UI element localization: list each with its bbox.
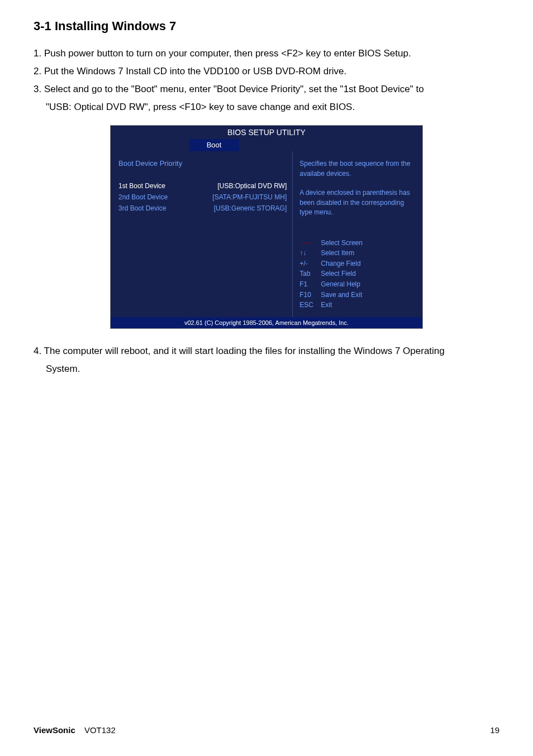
bios-footer: v02.61 (C) Copyright 1985-2006, American… [111,317,422,328]
boot-row-2-label: 2nd Boot Device [118,193,212,201]
boot-row-3-value: [USB:Generic STORAG] [214,204,287,212]
boot-row-2: 2nd Boot Device [SATA:PM-FUJITSU MH] [118,193,287,201]
step-4-line2: System. [34,361,499,377]
boot-row-2-value: [SATA:PM-FUJITSU MH] [212,193,287,201]
help-line-select-item: ↑↓ Select Item [299,248,416,259]
plusminus-key: +/- [299,259,321,269]
help-line-select-field: Tab Select Field [299,269,416,279]
boot-row-1: 1st Boot Device [USB:Optical DVD RW] [118,182,287,190]
help-line-change-field: +/- Change Field [299,259,416,269]
step-1: 1. Push power button to turn on your com… [34,46,499,61]
help-desc: Select Item [321,248,354,259]
esc-key: ESC [299,300,321,310]
help-line-select-screen: →← Select Screen [299,238,416,248]
footer-brand: ViewSonic [34,725,75,735]
help-desc: General Help [321,279,360,290]
boot-row-1-value: [USB:Optical DVD RW] [217,182,287,190]
help-desc: Select Screen [321,238,363,248]
bios-title: BIOS SETUP UTILITY [111,126,422,139]
help-desc: Select Field [321,269,356,279]
page-footer: ViewSonic VOT132 19 [34,725,499,735]
arrows-icon: →← [299,238,321,248]
bios-tabbar: Boot [111,139,422,151]
bios-right-pane: Specifies the boot sequence from the ava… [293,151,422,317]
footer-left: ViewSonic VOT132 [34,725,116,735]
footer-page-number: 19 [490,725,499,735]
help-desc: Save and Exit [321,290,362,300]
f10-key: F10 [299,290,321,300]
help-desc: Exit [321,300,332,310]
footer-model: VOT132 [84,725,116,735]
tab-key: Tab [299,269,321,279]
boot-row-3: 3rd Boot Device [USB:Generic STORAG] [118,204,287,212]
boot-priority-label: Boot Device Priority [118,159,287,168]
bios-screenshot: BIOS SETUP UTILITY Boot Boot Device Prio… [110,125,423,329]
updown-icon: ↑↓ [299,248,321,259]
help-line-exit: ESC Exit [299,300,416,310]
step-3-line1: 3. Select and go to the "Boot" menu, ent… [34,82,499,97]
bios-tab-boot: Boot [189,139,239,151]
boot-row-3-label: 3rd Boot Device [118,204,214,212]
help-line-save-exit: F10 Save and Exit [299,290,416,300]
bios-help-text: Specifies the boot sequence from the ava… [299,159,416,217]
boot-row-1-label: 1st Boot Device [118,182,217,190]
help-desc: Change Field [321,259,360,269]
step-2: 2. Put the Windows 7 Install CD into the… [34,64,499,79]
f1-key: F1 [299,279,321,290]
section-heading: 3-1 Installing Windows 7 [34,19,499,34]
bios-key-help: →← Select Screen ↑↓ Select Item +/- Chan… [299,218,416,310]
bios-left-pane: Boot Device Priority 1st Boot Device [US… [111,151,293,317]
step-4-line1: 4. The computer will reboot, and it will… [34,343,499,359]
step-3-line2: "USB: Optical DVD RW", press <F10> key t… [34,99,499,115]
help-line-general-help: F1 General Help [299,279,416,290]
